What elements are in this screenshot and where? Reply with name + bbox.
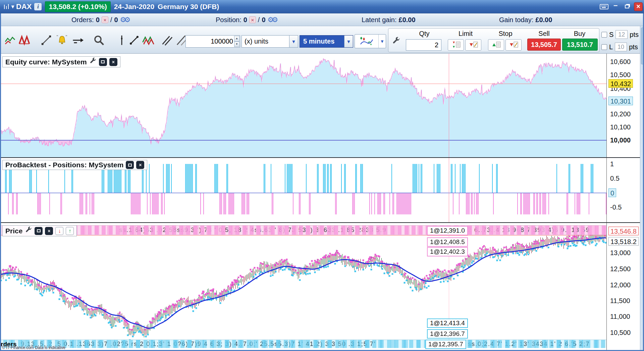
segment-tool-icon[interactable]: [127, 33, 142, 48]
long-pts-value[interactable]: 10: [615, 43, 627, 51]
orders-slash: /: [110, 16, 112, 24]
gain-today-label: Gain today:: [499, 16, 533, 24]
price-axis[interactable]: 13,546.813,518.213,00012,50012,00011,500…: [606, 223, 640, 350]
orders-label: Orders:: [71, 16, 94, 24]
positions-axis[interactable]: 10.50-0.5: [606, 158, 640, 222]
timeframe-select-value: 5 minutes: [303, 38, 334, 45]
sell-header: Sell: [527, 30, 561, 37]
equity-chart-canvas[interactable]: [0, 54, 606, 157]
buy-header: Buy: [563, 30, 596, 37]
limit-header: Limit: [449, 30, 482, 37]
info-icon[interactable]: i: [34, 3, 42, 10]
chart-type-button[interactable]: + ▼: [355, 34, 386, 48]
positions-axis-label: -0.5: [608, 203, 623, 212]
equity-axis-label: 10,301: [608, 97, 633, 105]
buy-arrow-button[interactable]: ↑: [66, 227, 74, 235]
quote-badge: 13,508.2 (+0.10%): [45, 1, 110, 12]
window-titlebar: ▾ DAX i 13,508.2 (+0.10%) 24-Jan-2020 Ge…: [0, 0, 644, 13]
gain-today-value: £0.00: [535, 16, 552, 24]
equity-price-axis[interactable]: 10,60010,50010,40010,43210,30110,20010,1…: [606, 54, 640, 157]
minimize-button[interactable]: –: [611, 2, 620, 11]
close-button[interactable]: ×: [634, 2, 643, 11]
alarm-icon[interactable]: "": [55, 33, 69, 48]
zigzag-pattern-icon[interactable]: [17, 33, 32, 48]
quantity-input[interactable]: [186, 36, 240, 47]
orders-band-fragment: 2 6..73..4 13 968 7 393 4)6 9.' 13 59: [468, 227, 605, 234]
equity-settings-wrench-icon[interactable]: [89, 57, 97, 66]
close-position-icon[interactable]: ×: [249, 16, 256, 23]
equity-restore-button[interactable]: [99, 58, 107, 66]
panel-divider[interactable]: [0, 157, 644, 158]
price-axis-label: 13,000: [608, 248, 632, 257]
short-protection-checkbox[interactable]: [601, 32, 607, 38]
limit-order-button[interactable]: [448, 39, 464, 51]
restore-button[interactable]: [623, 2, 631, 11]
orders-band-fragment: ss.0;2.4 7' 1.2' 13' 3434 1' 2 6.'5 2;7: [468, 341, 605, 348]
zoom-icon[interactable]: [92, 33, 106, 48]
limit-order-edit-button[interactable]: [465, 39, 481, 51]
parallel-lines-icon[interactable]: [160, 33, 174, 48]
position-count2: 0: [262, 16, 265, 24]
latent-gain-value: £0.00: [399, 16, 416, 24]
panel-divider[interactable]: [0, 222, 644, 223]
short-pts-value[interactable]: 12: [615, 30, 628, 39]
qty-header: Qty: [408, 30, 441, 37]
order-settings-wrench-icon[interactable]: [392, 37, 400, 47]
instrument-name: Germany 30 (DFB): [158, 3, 219, 11]
price-close-button[interactable]: ×: [45, 227, 53, 235]
timeframe-select-caret-icon[interactable]: ▼: [344, 36, 353, 47]
mini-chart-tool-icon[interactable]: [3, 33, 17, 48]
price-chart-canvas[interactable]: [0, 235, 606, 340]
timeframe-select[interactable]: 5 minutes ▼: [300, 35, 353, 48]
sell-arrow-button[interactable]: ↓: [55, 227, 63, 235]
order-qty-field: [406, 39, 441, 51]
zigzag-waves-icon[interactable]: [141, 33, 156, 48]
orders-gears-icon[interactable]: ⚙⚙: [120, 16, 131, 24]
price-axis-label: 12,500: [608, 265, 632, 273]
sell-button[interactable]: 13,505.7: [527, 39, 561, 51]
buy-button[interactable]: 13,510.7: [562, 39, 598, 51]
trendline-tool-icon[interactable]: [39, 33, 54, 48]
equity-close-button[interactable]: ×: [109, 58, 117, 66]
trade-label: 1@12,402.3: [427, 247, 468, 256]
positions-restore-button[interactable]: [126, 161, 134, 169]
units-select[interactable]: (x) units ▼: [241, 35, 298, 48]
long-protection-checkbox[interactable]: [601, 44, 607, 50]
price-axis-label: 10,500: [608, 328, 632, 337]
keyboard-icon[interactable]: [600, 2, 608, 11]
price-settings-wrench-icon[interactable]: [25, 226, 32, 235]
orders-status: Orders: 0 × / 0 ⚙⚙: [71, 13, 130, 26]
positions-panel-title: ProBacktest - Positions: MySystem: [5, 161, 123, 169]
price-restore-button[interactable]: [35, 227, 43, 235]
account-statusbar: Orders: 0 × / 0 ⚙⚙ Position: 0 × / 0 ⚙⚙ …: [0, 13, 644, 26]
equity-curve-panel: Equity curve: MySystem × 10,60010,50010,…: [0, 54, 644, 157]
equity-axis-label: 10,432: [608, 79, 633, 88]
stop-order-button[interactable]: [488, 39, 504, 51]
position-gears-icon[interactable]: ⚙⚙: [268, 16, 278, 24]
cancel-orders-icon[interactable]: ×: [102, 16, 108, 23]
short-pts-unit: pts: [630, 31, 639, 39]
spin-down-icon[interactable]: ▼: [234, 42, 239, 47]
positions-close-button[interactable]: ×: [136, 161, 144, 169]
equity-axis-label: 10,500: [608, 70, 632, 79]
price-axis-label: 13,518.2: [608, 237, 639, 246]
chart-type-caret-icon[interactable]: ▼: [378, 35, 386, 48]
horizontal-line-arrow-icon[interactable]: [71, 33, 86, 48]
order-qty-input[interactable]: [406, 40, 441, 50]
symbol-dropdown-caret[interactable]: ▾: [11, 3, 14, 10]
chart-type-icon: +: [355, 36, 378, 47]
spin-up-icon[interactable]: ▲: [234, 36, 239, 42]
price-panel: ss.1 64)63 .02 58ss9.3 ').73 ' 0.5, 18 2…: [0, 223, 644, 350]
equity-restore-icon: [101, 60, 105, 63]
positions-axis-label: 0.5: [608, 174, 621, 183]
trading-platform-window: ▾ DAX i 13,508.2 (+0.10%) 24-Jan-2020 Ge…: [0, 0, 644, 351]
symbol-label[interactable]: DAX: [16, 2, 32, 11]
orders-count: 0: [96, 16, 100, 24]
watermark: © IT-Finance.com Data is indicative: [2, 345, 65, 350]
units-select-caret-icon[interactable]: ▼: [289, 36, 298, 47]
stop-order-edit-button[interactable]: [505, 39, 522, 51]
price-panel-title: Price: [5, 227, 22, 235]
orders-bottom-band: rders 9.13 .5,.2 .5 0.1 .1363 3)7 .02?5 …: [0, 340, 606, 348]
price-panel-titlebar: Price × ↓ ↑: [2, 225, 77, 236]
equity-axis-label: 10,000: [608, 136, 632, 144]
